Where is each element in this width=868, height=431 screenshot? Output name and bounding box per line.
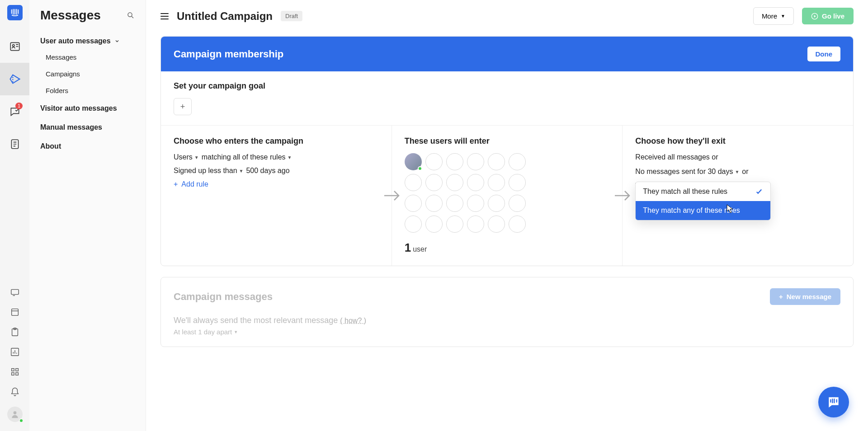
svg-rect-12 [15,373,18,375]
membership-header: Campaign membership Done [161,37,853,71]
user-avatar-empty [467,195,484,212]
avatar-grid [405,153,540,233]
user-avatar-empty [509,174,526,191]
chevron-down-icon [114,38,120,44]
frequency-dropdown[interactable]: At least 1 day apart ▼ [174,328,840,336]
rail-inbox[interactable]: 1 [0,95,29,128]
user-avatar-empty [425,153,443,170]
user-avatar-empty [467,174,484,191]
exit-line-1: Received all messages or [635,153,840,161]
done-button[interactable]: Done [807,47,841,61]
article-icon [9,138,21,150]
campaign-title[interactable]: Untitled Campaign [177,10,273,23]
user-avatar-empty [509,216,526,233]
exit-title: Choose how they'll exit [635,136,840,146]
add-goal-button[interactable]: + [174,98,192,115]
status-badge: Draft [281,11,302,21]
user-avatar-empty [488,174,505,191]
new-message-button[interactable]: + New message [770,288,840,305]
caret-down-icon: ▼ [239,169,244,173]
caret-down-icon: ▼ [234,330,238,334]
user-avatar-empty [425,174,443,191]
presence-dot [19,418,24,423]
svg-rect-4 [11,290,19,295]
user-avatar-empty [467,216,484,233]
how-link[interactable]: ( how? ) [340,317,366,324]
sidebar-title: Messages [40,8,101,23]
campaign-messages-card: Campaign messages + New message We'll al… [160,277,854,347]
rail-people[interactable] [0,30,29,63]
rail-icon-4[interactable] [10,347,20,357]
caret-down-icon: ▼ [288,155,292,160]
more-button[interactable]: More ▼ [753,7,794,25]
users-column: These users will enter [392,126,623,266]
rail-icon-1[interactable] [10,287,20,297]
search-icon [127,11,135,19]
inbox-badge: 1 [15,103,23,109]
signed-up-dropdown[interactable]: Signed up less than▼ [174,167,243,175]
send-icon [9,73,21,85]
svg-rect-5 [11,309,18,316]
user-avatar-empty [446,216,463,233]
main: Untitled Campaign Draft More ▼ Go live C… [146,0,868,431]
add-rule-button[interactable]: + Add rule [174,180,379,188]
search-button[interactable] [127,11,135,19]
user-avatar-empty [467,153,484,170]
campaign-messages-title: Campaign messages [174,291,273,303]
apps-icon [10,367,20,377]
entry-column: Choose who enters the campaign Users▼ ma… [161,126,392,266]
rail-icon-3[interactable] [10,327,20,337]
user-avatar-empty [509,195,526,212]
membership-title: Campaign membership [174,48,283,60]
messenger-fab[interactable] [818,387,849,417]
user-avatar-empty [509,153,526,170]
rail-messages[interactable] [0,63,29,95]
sidebar-item-visitor-auto[interactable]: Visitor auto messages [40,99,135,118]
bell-icon [10,387,20,397]
app-logo[interactable] [7,5,23,20]
sidebar-item-about[interactable]: About [40,137,135,156]
user-avatar-filled[interactable] [405,153,422,170]
sidebar-item-campaigns[interactable]: Campaigns [46,66,135,82]
plus-icon: + [174,180,178,188]
user-avatar-empty [488,195,505,212]
user-count: 1user [405,241,610,255]
match-all-option[interactable]: They match all these rules [636,182,770,201]
book-icon [10,307,20,317]
toggle-sidebar-button[interactable] [160,13,169,19]
user-avatar-empty [425,195,443,212]
go-live-button[interactable]: Go live [802,8,854,24]
exit-column: Choose how they'll exit Received all mes… [623,126,853,266]
sidebar-item-folders[interactable]: Folders [46,82,135,99]
user-avatar-empty [488,216,505,233]
user-avatar[interactable] [7,407,23,422]
goal-title: Set your campaign goal [174,81,840,91]
sidebar-item-messages[interactable]: Messages [46,49,135,66]
clipboard-icon [10,327,20,337]
sidebar-item-manual[interactable]: Manual messages [40,118,135,137]
rail-icon-6[interactable] [10,387,20,397]
topbar: Untitled Campaign Draft More ▼ Go live [146,0,868,33]
message-icon [10,287,20,297]
rail-bottom [7,287,23,431]
no-messages-dropdown[interactable]: No messages sent for 30 days▼ [635,168,739,176]
users-dropdown[interactable]: Users▼ [174,153,199,161]
svg-rect-9 [11,369,14,371]
caret-down-icon: ▼ [194,155,199,160]
rail-icon-5[interactable] [10,367,20,377]
go-live-label: Go live [822,12,844,20]
caret-down-icon: ▼ [781,14,785,19]
rule-value[interactable]: 500 days ago [246,167,289,175]
users-title: These users will enter [405,136,610,146]
plus-icon: + [779,293,783,300]
match-any-option[interactable]: They match any of these rules [636,201,770,220]
matching-dropdown[interactable]: matching all of these rules▼ [202,153,292,161]
rail-articles[interactable] [0,128,29,160]
user-avatar-empty [425,216,443,233]
user-avatar-empty [405,216,422,233]
user-avatar-empty [405,195,422,212]
user-auto-messages-label: User auto messages [40,37,111,45]
user-auto-messages-toggle[interactable]: User auto messages [40,33,135,49]
check-icon [755,187,763,196]
rail-icon-2[interactable] [10,307,20,317]
